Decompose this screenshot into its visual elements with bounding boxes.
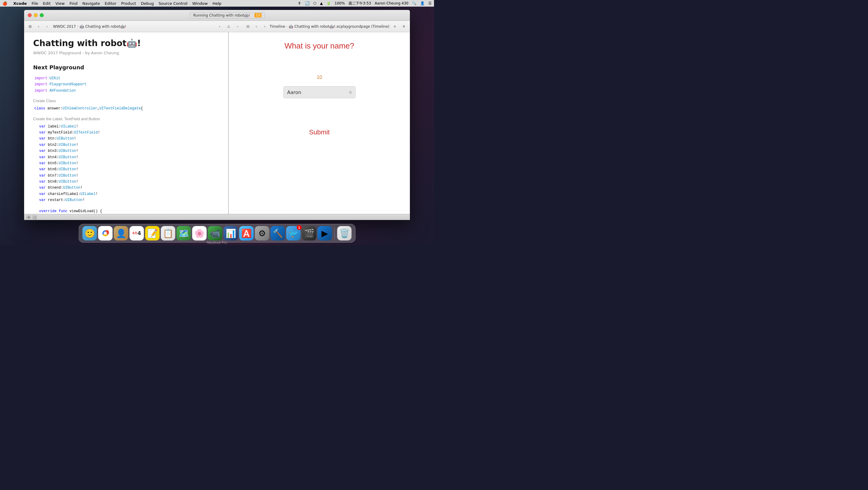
warning-icon[interactable]: ⚠ [225, 23, 232, 30]
var-restart: var restart: UIButton! [34, 197, 222, 203]
close-button[interactable] [28, 13, 32, 17]
search-icon[interactable]: 🔍 [412, 1, 416, 5]
menu-toggle-icon[interactable]: ☰ [428, 1, 432, 5]
dock-appstore[interactable]: 🅰️ [239, 226, 254, 241]
comment-create-class: Create Class [33, 98, 222, 103]
warning-badge: 13 [254, 13, 261, 18]
close-tab-button[interactable]: ✕ [400, 23, 407, 30]
dock-xcode[interactable]: 🔨 [271, 226, 285, 241]
breadcrumb-nav-left[interactable]: ‹ [253, 23, 260, 30]
help-menu[interactable]: Help [213, 1, 221, 6]
var-label: var label: UILabel! [34, 124, 222, 130]
user-avatar: 👤 [420, 1, 425, 5]
dock-systemprefs[interactable]: ⚙️ [255, 226, 270, 241]
menu-bar: 🍎 Xcode File Edit View Find Navigate Edi… [0, 0, 434, 7]
window-menu[interactable]: Window [192, 1, 208, 6]
var-btn7: var btn7: UIButton! [34, 173, 222, 179]
forward-button[interactable]: › [43, 23, 51, 30]
submit-button[interactable]: Submit [309, 128, 330, 136]
battery-icon: 🔋 [327, 1, 331, 5]
panel-icon[interactable]: ⊟ [244, 23, 252, 30]
debug-menu[interactable]: Debug [141, 1, 154, 6]
layout-button-1[interactable]: ⊟ [27, 215, 31, 219]
user-name[interactable]: Aaron Cheung 430 [375, 1, 408, 5]
var-btn: var btn: UIButton! [34, 135, 222, 142]
dock-chrome[interactable] [98, 226, 113, 241]
layout-button-2[interactable]: □ [33, 215, 37, 219]
menu-bar-right: 🎙 🔄 ⬡ ▲ 🔋 100% 週二下午3:53 Aaron Cheung 430… [298, 1, 432, 6]
breadcrumb-icon: 🤖 [80, 24, 84, 29]
breadcrumb-sep-1: › [77, 25, 79, 28]
running-text: Running Chatting with robot🤖! [193, 13, 250, 18]
dock-keynote[interactable]: 📊 [224, 226, 238, 241]
breadcrumb-root[interactable]: WWDC 2017 [53, 24, 76, 29]
section-next-playground: Next Playground [33, 64, 222, 70]
dock-maps[interactable]: 🗺️ [177, 226, 191, 241]
textfield-clear-button[interactable]: ⊗ [349, 90, 352, 95]
datetime: 週二下午3:53 [348, 1, 371, 6]
view-menu[interactable]: View [56, 1, 65, 6]
tweetbot-badge: 1 [297, 225, 302, 230]
dock-calendar[interactable]: 4月 4 [130, 226, 144, 241]
battery-percent: 100% [335, 1, 345, 5]
dock-finalcutpro[interactable]: 🎬 [302, 226, 316, 241]
mic-icon: 🎙 [298, 1, 301, 5]
import-avfoundation: import AVFoundation [34, 88, 222, 94]
preview-question: What is your name? [284, 41, 354, 51]
page-subtitle: WWDC 2017 Playground - by Aaron Cheung [33, 51, 222, 55]
apple-menu[interactable]: 🍎 [2, 1, 7, 6]
breadcrumb-file[interactable]: Chatting with robot🤖! [85, 24, 126, 29]
page-title: Chatting with robot🤖! [33, 38, 222, 48]
sidebar-toggle-button[interactable]: ⊞ [27, 23, 34, 30]
main-area: Chatting with robot🤖! WWDC 2017 Playgrou… [24, 32, 410, 219]
edit-menu[interactable]: Edit [43, 1, 51, 6]
right-breadcrumb-timeline[interactable]: Timeline [270, 24, 285, 29]
import-uikit: import UIKit [34, 75, 222, 81]
add-button[interactable]: + [391, 23, 398, 30]
navigate-menu[interactable]: Navigate [82, 1, 100, 6]
dock-divider [335, 227, 335, 239]
traffic-lights [28, 13, 44, 17]
code-panel[interactable]: Chatting with robot🤖! WWDC 2017 Playgrou… [24, 32, 228, 219]
var-btn6: var btn6: UIButton! [34, 166, 222, 172]
var-textfield: var myTextField: UITextField! [34, 130, 222, 135]
dock-tweetbot[interactable]: 1 🐦 [286, 226, 301, 241]
preview-textfield[interactable]: Aaron ⊗ [283, 86, 355, 98]
minimize-button[interactable] [34, 13, 38, 17]
find-menu[interactable]: Find [70, 1, 78, 6]
import-playgroundsupport: import PlaygroundSupport [34, 81, 222, 87]
vars-block[interactable]: var label: UILabel! var myTextField: UIT… [33, 124, 222, 204]
imports-block[interactable]: import UIKit import PlaygroundSupport im… [33, 75, 222, 94]
dock-contacts[interactable]: 👤 [114, 226, 128, 241]
nav-right-button[interactable]: › [234, 23, 241, 30]
preview-panel: What is your name? 10 Aaron ⊗ Submit [229, 32, 410, 219]
breadcrumb-nav-right[interactable]: › [261, 23, 269, 30]
right-breadcrumb-file[interactable]: Chatting with robot🤖!.xcplaygroundpage (… [294, 24, 390, 29]
dock-facetime[interactable]: 📹 [208, 226, 222, 241]
xcode-menu[interactable]: Xcode [13, 1, 27, 6]
var-btn2: var btn2: UIButton! [34, 142, 222, 148]
title-bar-center: Running Chatting with robot🤖! 13 [49, 12, 406, 19]
var-charsleftlabel: var charsLeftLabel: UILabel! [34, 191, 222, 197]
dock-quicktime[interactable]: ▶️ [318, 226, 332, 241]
var-btn3: var btn3: UIButton! [34, 148, 222, 154]
maximize-button[interactable] [40, 13, 44, 17]
running-indicator: Running Chatting with robot🤖! 13 [190, 12, 265, 19]
breadcrumb: WWDC 2017 › 🤖 Chatting with robot🤖! [53, 24, 126, 29]
macbook-label: MacBook Pro [207, 241, 227, 244]
file-menu[interactable]: File [32, 1, 38, 6]
product-menu[interactable]: Product [121, 1, 136, 6]
toolbar: ⊞ ‹ › WWDC 2017 › 🤖 Chatting with robot🤖… [24, 21, 410, 32]
nav-left-button[interactable]: ‹ [216, 23, 223, 30]
status-bar: ⊟ □ [24, 214, 410, 220]
back-button[interactable]: ‹ [35, 23, 42, 30]
dock-reminders[interactable]: 📋 [161, 226, 176, 241]
dock-notes[interactable]: 📝 [145, 226, 160, 241]
dock-finder[interactable]: 🙂 [83, 226, 97, 241]
class-decl-block[interactable]: class answer: UIViewController, UITextFi… [33, 105, 222, 112]
toolbar-right: ‹ ⚠ › ⊟ ‹ › Timeline › 🤖 Chatting with r… [216, 23, 407, 30]
dock-trash[interactable]: 🗑️ [337, 226, 352, 241]
dock-photos[interactable]: 🌸 [192, 226, 207, 241]
source-control-menu[interactable]: Source Control [158, 1, 187, 6]
editor-menu[interactable]: Editor [105, 1, 116, 6]
